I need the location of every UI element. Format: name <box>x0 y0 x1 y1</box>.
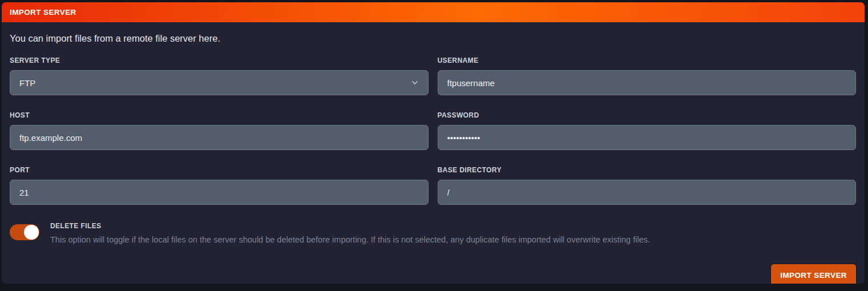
server-type-selected-value: FTP <box>19 78 35 88</box>
host-field-group: HOST <box>10 111 429 150</box>
delete-files-label: DELETE FILES <box>50 222 650 230</box>
username-field-group: USERNAME <box>438 56 857 95</box>
import-server-panel: IMPORT SERVER You can import files from … <box>2 2 865 284</box>
port-input[interactable] <box>10 180 429 205</box>
delete-files-toggle[interactable] <box>10 224 39 240</box>
delete-files-text: DELETE FILES This option will toggle if … <box>50 222 650 245</box>
port-field-group: PORT <box>10 166 429 205</box>
import-server-form: SERVER TYPE FTP USERNAME HOST <box>10 56 856 221</box>
server-type-field: SERVER TYPE FTP <box>10 56 429 95</box>
panel-title: IMPORT SERVER <box>10 8 76 17</box>
panel-content: You can import files from a remote file … <box>2 22 865 284</box>
username-label: USERNAME <box>438 56 857 64</box>
delete-files-description: This option will toggle if the local fil… <box>50 235 650 244</box>
toggle-knob <box>24 225 39 240</box>
base-directory-label: BASE DIRECTORY <box>438 166 857 174</box>
username-input[interactable] <box>438 70 857 95</box>
server-type-select[interactable]: FTP <box>10 70 429 95</box>
intro-text: You can import files from a remote file … <box>10 33 856 44</box>
chevron-down-icon <box>411 79 419 87</box>
password-label: PASSWORD <box>438 111 857 119</box>
base-directory-field-group: BASE DIRECTORY <box>438 166 857 205</box>
password-field-group: PASSWORD <box>438 111 857 150</box>
panel-footer: IMPORT SERVER <box>10 264 856 284</box>
base-directory-input[interactable] <box>438 180 857 205</box>
host-label: HOST <box>10 111 429 119</box>
host-input[interactable] <box>10 125 429 150</box>
server-type-label: SERVER TYPE <box>10 56 429 64</box>
delete-files-row: DELETE FILES This option will toggle if … <box>10 222 856 245</box>
password-input[interactable] <box>438 125 857 150</box>
import-server-button[interactable]: IMPORT SERVER <box>771 264 856 284</box>
port-label: PORT <box>10 166 429 174</box>
panel-header: IMPORT SERVER <box>2 2 865 22</box>
